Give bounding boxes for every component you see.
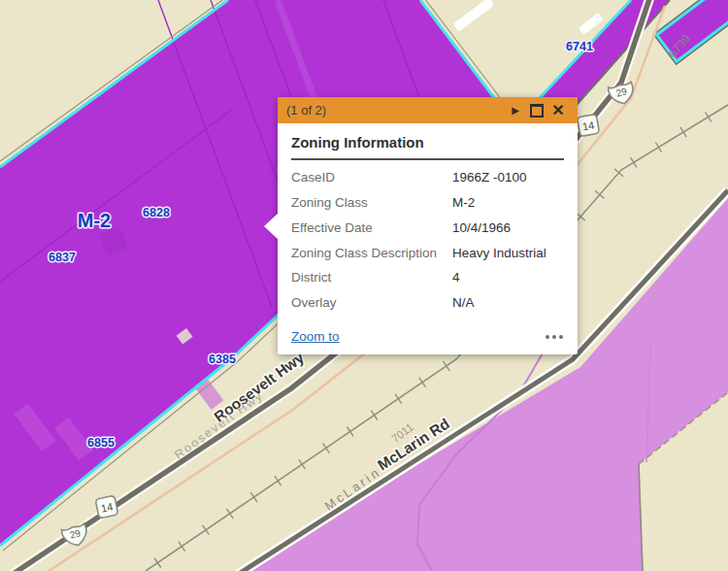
overflow-dots-icon: [559, 335, 563, 339]
parcel-label-6828: 6828: [143, 206, 170, 219]
field-value: N/A: [452, 296, 475, 311]
close-icon: ✕: [551, 103, 564, 118]
popup-pointer: [264, 213, 279, 240]
title-divider: [291, 158, 564, 160]
parcel-label-6837: 6837: [49, 251, 76, 264]
parcel-label-6741: 6741: [566, 40, 593, 53]
field-value: 10/4/1966: [452, 221, 511, 236]
field-label: Zoning Class Description: [291, 247, 452, 261]
field-label: Effective Date: [291, 221, 452, 236]
field-label: Overlay: [291, 296, 452, 311]
field-value: Heavy Industrial: [452, 247, 546, 261]
parcel-label-6855: 6855: [87, 436, 115, 450]
popup-header: (1 of 2) ▶ ✕: [278, 97, 578, 123]
field-row-overlay: Overlay N/A: [291, 296, 564, 311]
close-button[interactable]: ✕: [547, 97, 569, 123]
maximize-button[interactable]: [526, 97, 547, 123]
field-row-description: Zoning Class Description Heavy Industria…: [291, 247, 564, 261]
field-row-effective-date: Effective Date 10/4/1966: [291, 221, 564, 236]
field-row-caseid: CaseID 1966Z -0100: [291, 171, 564, 185]
field-value: M-2: [452, 196, 475, 211]
field-row-zoning-class: Zoning Class M-2: [291, 196, 564, 211]
zoning-map-app: { "popup": { "pagination": "(1 of 2)", "…: [0, 0, 728, 571]
field-label: CaseID: [291, 171, 452, 185]
next-feature-button[interactable]: ▶: [505, 97, 526, 123]
popup-title: Zoning Information: [291, 134, 564, 151]
overflow-menu-button[interactable]: [542, 332, 564, 342]
svg-text:14: 14: [581, 119, 595, 133]
field-row-district: District 4: [291, 271, 564, 286]
field-label: District: [291, 271, 452, 286]
field-label: Zoning Class: [291, 196, 452, 211]
maximize-icon: [530, 104, 544, 118]
parcel-label-6385: 6385: [209, 353, 236, 366]
svg-text:14: 14: [100, 500, 114, 514]
zone-label-m2: M-2: [78, 210, 111, 231]
popup-body: Zoning Information CaseID 1966Z -0100 Zo…: [278, 123, 578, 311]
popup-footer: Zoom to: [291, 329, 564, 344]
sr14-shield-bottom: 14: [95, 495, 118, 519]
zoning-info-popup: (1 of 2) ▶ ✕ Zoning Information CaseID 1…: [278, 97, 578, 354]
zoom-to-link[interactable]: Zoom to: [291, 329, 340, 344]
field-value: 1966Z -0100: [452, 171, 527, 185]
overflow-dots-icon: [546, 335, 549, 339]
play-icon: ▶: [512, 106, 519, 116]
field-value: 4: [452, 271, 460, 286]
sr14-shield-top: 14: [577, 114, 599, 136]
popup-pagination: (1 of 2): [286, 103, 505, 118]
overflow-dots-icon: [552, 335, 556, 339]
